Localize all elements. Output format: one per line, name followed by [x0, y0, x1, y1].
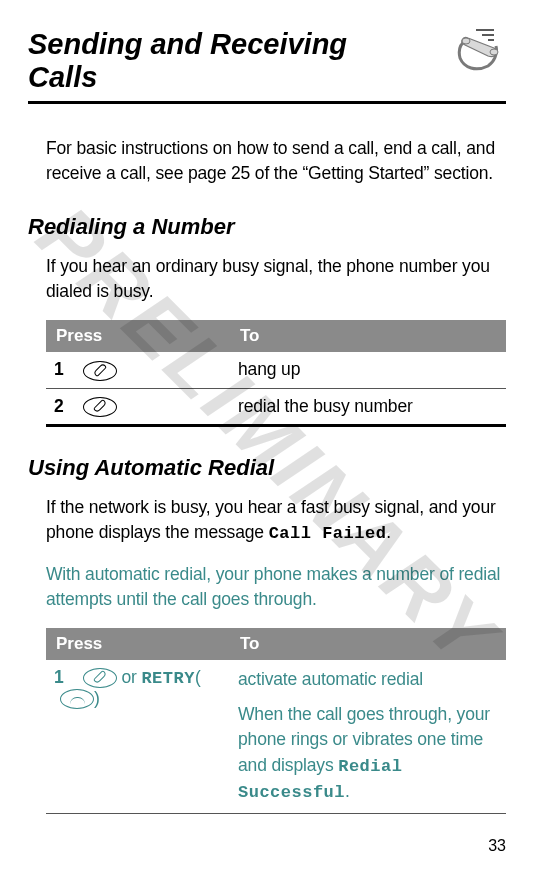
soft-key-icon — [60, 689, 94, 709]
text: . — [345, 781, 350, 801]
page-title: Sending and Receiving Calls — [28, 28, 408, 95]
header-row: Sending and Receiving Calls — [28, 28, 506, 95]
col-header-to: To — [230, 320, 506, 352]
svg-point-3 — [462, 38, 470, 44]
step-number: 1 — [54, 667, 72, 688]
title-rule — [28, 101, 506, 104]
section2-teal-body: With automatic redial, your phone makes … — [46, 562, 506, 612]
step-number: 2 — [54, 396, 72, 417]
svg-point-4 — [490, 49, 498, 55]
section1-body: If you hear an ordinary busy signal, the… — [46, 254, 506, 304]
instruction-table-auto-redial: Press To 1 or RETRY() activate automatic… — [46, 628, 506, 814]
section2-body: If the network is busy, you hear a fast … — [46, 495, 506, 546]
intro-paragraph: For basic instructions on how to send a … — [46, 136, 506, 187]
to-cell: activate automatic redial When the call … — [230, 660, 506, 814]
step-number: 1 — [54, 359, 72, 380]
send-key-icon — [83, 397, 117, 417]
to-cell: hang up — [230, 352, 506, 388]
col-header-press: Press — [46, 320, 230, 352]
col-header-press: Press — [46, 628, 230, 660]
paren-open: ( — [195, 667, 201, 687]
col-header-to: To — [230, 628, 506, 660]
text-or: or — [117, 667, 142, 687]
to-cell: redial the busy number — [230, 388, 506, 425]
phone-section-icon — [454, 28, 506, 72]
instruction-table-redial: Press To 1 hang up 2 redial the busy num… — [46, 320, 506, 427]
to-line1: activate automatic redial — [238, 669, 423, 689]
send-key-icon — [83, 668, 117, 688]
paren-close: ) — [94, 688, 100, 708]
page-number: 33 — [488, 837, 506, 855]
table-row: 1 or RETRY() activate automatic redial W… — [46, 660, 506, 814]
table-row: 1 hang up — [46, 352, 506, 388]
display-text-call-failed: Call Failed — [269, 524, 387, 543]
table-row: 2 redial the busy number — [46, 388, 506, 425]
softkey-label-retry: RETRY — [141, 669, 195, 688]
section-heading-redialing: Redialing a Number — [28, 214, 506, 240]
end-key-icon — [83, 361, 117, 381]
text: . — [386, 522, 391, 542]
section-heading-auto-redial: Using Automatic Redial — [28, 455, 506, 481]
